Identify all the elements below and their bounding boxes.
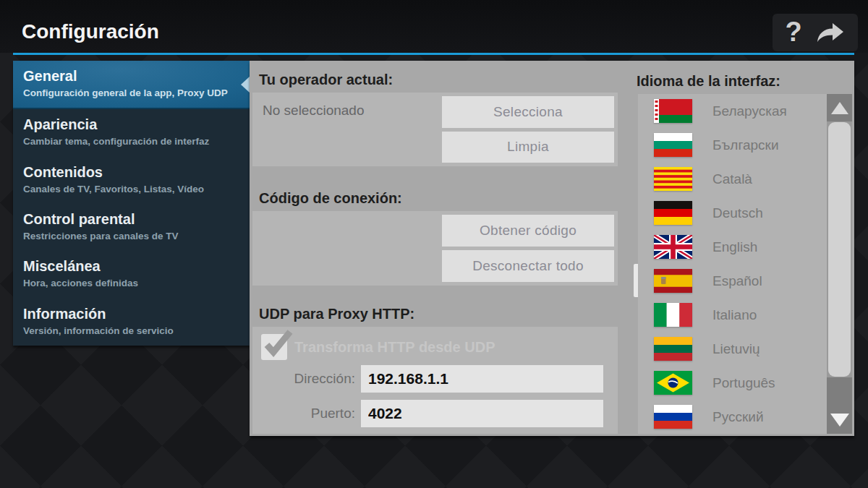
main-panel: Tu operador actual: No seleccionado Sele… (250, 61, 854, 436)
clear-operator-button[interactable]: Limpia (442, 132, 614, 163)
flag-belarus-icon (654, 99, 692, 123)
flag-spain-icon (654, 269, 692, 293)
flag-russia-icon (654, 405, 692, 429)
header-bar: Configuración ? (0, 0, 868, 53)
sidebar-item-label: Apariencia (23, 115, 242, 134)
sidebar-item-subtitle: Restricciones para canales de TV (23, 230, 242, 243)
sidebar-item-subtitle: Cambiar tema, configuración de interfaz (23, 135, 242, 148)
header-icon-box: ? (773, 14, 858, 51)
port-input[interactable] (361, 400, 603, 427)
language-section-title: Idioma de la interfaz: (637, 73, 780, 90)
connection-section-panel: Obtener código Desconectar todo (252, 211, 618, 286)
port-label: Puerto: (252, 406, 361, 421)
sidebar-item-subtitle: Canales de TV, Favoritos, Listas, Vídeo (23, 183, 242, 196)
transform-http-checkbox[interactable] (261, 334, 287, 360)
transform-http-label: Transforma HTTP desde UDP (294, 339, 495, 356)
sidebar-item-label: Información (23, 304, 242, 323)
operator-section-panel: No seleccionado Selecciona Limpia (252, 93, 618, 166)
get-code-button[interactable]: Obtener código (442, 215, 614, 247)
page-title: Configuración (22, 20, 159, 43)
sidebar: General Configuración general de la app,… (13, 61, 250, 346)
sidebar-item-miscelanea[interactable]: Miscelánea Hora, acciones definidas (13, 251, 250, 298)
sidebar-item-informacion[interactable]: Información Versión, información de serv… (13, 299, 250, 346)
sidebar-item-control-parental[interactable]: Control parental Restricciones para cana… (13, 204, 250, 251)
udp-section-title: UDP para Proxy HTTP: (259, 306, 414, 322)
sidebar-item-subtitle: Hora, acciones definidas (23, 277, 242, 290)
operator-status: No seleccionado (263, 103, 364, 119)
flag-catalonia-icon (654, 167, 692, 191)
scroll-up-icon (831, 102, 848, 114)
language-item-russian[interactable]: Русский (638, 400, 827, 434)
scroll-down-button[interactable] (827, 377, 852, 434)
sidebar-item-label: Control parental (23, 210, 242, 228)
operator-section-title: Tu operador actual: (259, 72, 393, 88)
language-item-bulgarian[interactable]: Български (638, 128, 827, 162)
flag-united-kingdom-icon (654, 235, 692, 259)
language-item-german[interactable]: Deutsch (638, 196, 827, 230)
address-input[interactable] (361, 365, 603, 393)
sidebar-item-subtitle: Versión, información de servicio (23, 325, 242, 338)
select-operator-button[interactable]: Selecciona (442, 96, 614, 128)
connection-section-title: Código de conexión: (259, 190, 402, 207)
language-item-italian[interactable]: Italiano (638, 298, 827, 332)
sidebar-item-subtitle: Configuración general de la app, Proxy U… (23, 87, 242, 100)
udp-section-panel: Transforma HTTP desde UDP Dirección: Pue… (252, 327, 618, 434)
flag-brazil-icon (654, 371, 692, 395)
sidebar-item-label: Contenidos (23, 163, 242, 181)
sidebar-item-general[interactable]: General Configuración general de la app,… (13, 61, 250, 109)
language-item-catalan[interactable]: Català (638, 162, 827, 196)
flag-germany-icon (654, 201, 692, 225)
share-icon[interactable] (814, 22, 845, 43)
sidebar-item-label: General (23, 67, 242, 85)
sidebar-item-contenidos[interactable]: Contenidos Canales de TV, Favoritos, Lis… (13, 157, 250, 204)
flag-bulgaria-icon (654, 133, 692, 157)
language-item-spanish[interactable]: Español (638, 264, 827, 298)
scroll-down-icon (830, 414, 849, 427)
disconnect-all-button[interactable]: Desconectar todo (442, 250, 614, 282)
flag-lithuania-icon (654, 337, 692, 361)
sidebar-item-label: Miscelánea (23, 257, 242, 275)
help-icon[interactable]: ? (786, 18, 802, 46)
language-item-english[interactable]: English (638, 230, 827, 264)
language-list: Беларуская Български Català Deutsch (638, 94, 827, 434)
scrollbar-thumb[interactable] (828, 122, 851, 377)
scroll-up-button[interactable] (827, 94, 852, 121)
language-item-portuguese[interactable]: Português (638, 366, 827, 400)
language-scrollbar[interactable] (827, 94, 852, 434)
checkmark-icon (262, 328, 294, 358)
language-item-lithuanian[interactable]: Lietuvių (638, 332, 827, 366)
sidebar-item-apariencia[interactable]: Apariencia Cambiar tema, configuración d… (13, 109, 250, 156)
flag-italy-icon (654, 303, 692, 327)
address-label: Dirección: (252, 371, 361, 387)
header-accent-line (13, 53, 854, 55)
language-item-belarusian[interactable]: Беларуская (638, 94, 827, 128)
